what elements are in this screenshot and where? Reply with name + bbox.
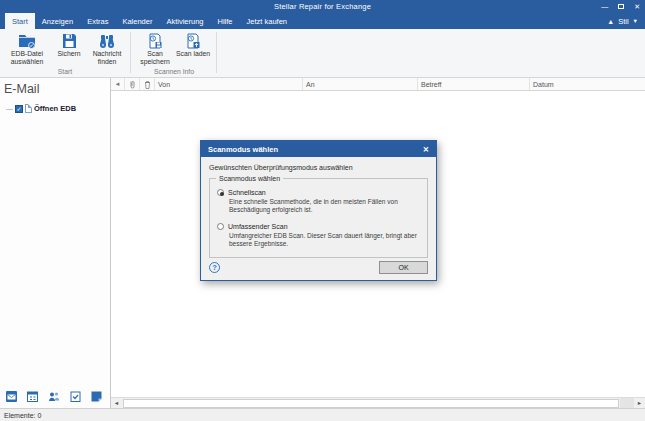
- tab-kalender[interactable]: Kalender: [115, 13, 159, 29]
- mail-sidebar: E-Mail — ✓ Öffnen EDB: [0, 78, 111, 408]
- tree-expander-icon[interactable]: —: [6, 105, 13, 112]
- ribbon-separator: [216, 32, 217, 73]
- calendar-module-icon[interactable]: [27, 391, 38, 402]
- scan-laden-button[interactable]: Scan laden: [174, 31, 212, 59]
- radio-label: Umfassender Scan: [228, 223, 288, 230]
- nachricht-finden-button[interactable]: Nachricht finden: [88, 31, 126, 67]
- ribbon-group-scannen-info: Scan speichern Scan laden Scannen Info: [132, 29, 215, 77]
- tab-extras[interactable]: Extras: [80, 13, 115, 29]
- dialog-intro-text: Gewünschten Überprüfungsmodus auswählen: [209, 164, 428, 171]
- scroll-left-icon[interactable]: ◄: [111, 398, 122, 408]
- tasks-module-icon[interactable]: [70, 391, 81, 402]
- maximize-icon[interactable]: [618, 4, 624, 9]
- paperclip-column-header[interactable]: [125, 78, 140, 90]
- paperclip-icon: [129, 80, 136, 89]
- radio-option-umfassender-scan[interactable]: Umfassender Scan: [217, 223, 420, 230]
- style-menu-button[interactable]: Stil: [618, 17, 628, 26]
- tree-item-oeffnen-edb[interactable]: — ✓ Öffnen EDB: [0, 98, 110, 113]
- save-icon: [59, 32, 79, 50]
- tab-hilfe[interactable]: Hilfe: [211, 13, 240, 29]
- option-description: Eine schnelle Scanmethode, die in den me…: [229, 198, 420, 214]
- scan-save-icon: [145, 32, 165, 50]
- module-nav-bar: •••: [6, 391, 123, 402]
- notes-module-icon[interactable]: [91, 391, 102, 402]
- titlebar: Stellar Repair for Exchange — ✕: [0, 0, 645, 13]
- items-count-label: Elemente: 0: [4, 412, 41, 419]
- window-controls: — ✕: [601, 0, 640, 13]
- chevron-down-icon[interactable]: ▼: [633, 18, 638, 24]
- contacts-module-icon[interactable]: [48, 391, 60, 402]
- minimize-icon[interactable]: —: [601, 3, 608, 10]
- column-header-an[interactable]: An: [303, 78, 418, 90]
- ribbon-group-label-scannen-info: Scannen Info: [136, 68, 212, 77]
- column-header-datum[interactable]: Datum: [530, 78, 645, 90]
- tree-checkbox[interactable]: ✓: [15, 105, 23, 113]
- mail-module-icon[interactable]: [6, 391, 17, 402]
- status-bar: Elemente: 0: [0, 408, 645, 421]
- collapse-ribbon-icon[interactable]: ▲: [607, 18, 614, 25]
- groupbox-label: Scanmodus wählen: [216, 175, 283, 182]
- edb-file-icon: [25, 104, 32, 113]
- radio-button-schnellscan[interactable]: [217, 189, 224, 196]
- column-header-von[interactable]: Von: [155, 78, 303, 90]
- tab-start[interactable]: Start: [5, 13, 35, 29]
- ribbon-tab-bar: Start Anzeigen Extras Kalender Aktivieru…: [0, 13, 645, 29]
- option-description: Umfangreicher EDB Scan. Dieser Scan daue…: [229, 232, 420, 248]
- tree-item-label: Öffnen EDB: [34, 104, 76, 113]
- ribbon-separator: [130, 32, 131, 73]
- binoculars-icon: [97, 32, 117, 50]
- trash-icon: [144, 80, 151, 89]
- dialog-titlebar: Scanmodus wählen ✕: [201, 141, 436, 157]
- collapse-sidebar-icon[interactable]: ◄: [111, 78, 125, 90]
- scan-speichern-button[interactable]: Scan speichern: [136, 31, 174, 67]
- sichern-button[interactable]: Sichern: [50, 31, 88, 59]
- scan-load-icon: [183, 32, 203, 50]
- scrollbar-thumb[interactable]: [123, 399, 619, 408]
- close-icon[interactable]: ✕: [634, 3, 640, 10]
- tab-anzeigen[interactable]: Anzeigen: [35, 13, 80, 29]
- scrollbar-track[interactable]: [620, 398, 634, 408]
- sidebar-title: E-Mail: [4, 82, 107, 96]
- window-title: Stellar Repair for Exchange: [0, 2, 645, 11]
- radio-label: Schnellscan: [228, 189, 266, 196]
- ribbon: EDB-Datei auswählen Sichern Nachricht fi…: [0, 29, 645, 78]
- radio-option-schnellscan[interactable]: Schnellscan: [217, 189, 420, 196]
- help-icon[interactable]: ?: [209, 262, 220, 273]
- edb-datei-auswaehlen-button[interactable]: EDB-Datei auswählen: [4, 31, 50, 67]
- tab-jetzt-kaufen[interactable]: Jetzt kaufen: [240, 13, 294, 29]
- ribbon-group-start: EDB-Datei auswählen Sichern Nachricht fi…: [0, 29, 129, 77]
- app-window: Stellar Repair for Exchange — ✕ Start An…: [0, 0, 645, 421]
- scroll-right-icon[interactable]: ►: [634, 398, 645, 408]
- ok-button[interactable]: OK: [379, 261, 428, 274]
- column-header-betreff[interactable]: Betreff: [418, 78, 530, 90]
- mail-list-header: ◄ Von An Betreff Datum: [111, 78, 645, 91]
- scan-mode-groupbox: Scanmodus wählen Schnellscan Eine schnel…: [209, 178, 428, 258]
- horizontal-scrollbar[interactable]: ◄ ►: [111, 397, 645, 408]
- ribbon-group-label-start: Start: [4, 68, 126, 77]
- trash-column-header[interactable]: [140, 78, 155, 90]
- scan-mode-dialog: Scanmodus wählen ✕ Gewünschten Überprüfu…: [200, 140, 437, 281]
- dialog-title: Scanmodus wählen: [208, 145, 423, 154]
- tab-aktivierung[interactable]: Aktivierung: [159, 13, 210, 29]
- dialog-close-icon[interactable]: ✕: [423, 145, 429, 154]
- folder-open-icon: [17, 32, 37, 50]
- radio-button-umfassender-scan[interactable]: [217, 223, 224, 230]
